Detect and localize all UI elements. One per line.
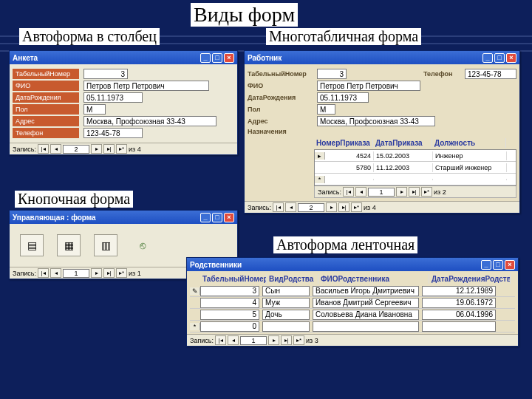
label-tel: Телефон [423,70,460,78]
maximize-icon[interactable]: □ [494,53,505,63]
field-dob[interactable]: 05.11.1973 [83,92,143,103]
maximize-icon[interactable]: □ [212,53,222,63]
subtitle-button: Кнопочная форма [15,191,133,208]
window-title: Управляющая : форма [13,214,96,222]
nav-new-icon[interactable]: ▸* [293,335,304,345]
field-addr[interactable]: Москва, Профсоюзная 33-43 [83,116,216,126]
open-report-button[interactable]: ▥ [94,234,117,256]
nav-current[interactable] [63,145,89,154]
nav-current[interactable] [368,188,395,197]
nav-prev-icon[interactable]: ◂ [50,144,61,154]
field-pol[interactable]: М [83,104,106,115]
window-anketa: Анкета _ □ × ТабельныйНомер3 ФИОПетров П… [9,50,238,155]
nav-prev-icon[interactable]: ◂ [355,187,366,197]
nav-of: из 4 [364,204,376,211]
window-rabotnik: Работник _ □ × ТабельныйНомер 3 Телефон … [244,50,520,214]
titlebar-rabotnik[interactable]: Работник _ □ × [245,51,519,64]
label-tabno: ТабельныйНомер [248,70,313,78]
nav-label: Запись: [13,270,36,277]
nav-current[interactable] [240,336,267,345]
titlebar-anketa[interactable]: Анкета _ □ × [10,51,237,64]
field-addr[interactable]: Москва, Профсоюзная 33-43 [317,116,435,126]
field-tel[interactable]: 123-45-78 [465,69,516,79]
field-tel[interactable]: 123-45-78 [83,128,143,138]
subgrid-row[interactable]: 578011.12.2003Старший инженер [315,162,516,174]
label-tel: Телефон [13,128,79,138]
nav-next-icon[interactable]: ▸ [91,268,102,278]
nav-prev-icon[interactable]: ◂ [228,335,239,345]
window-title: Анкета [13,54,38,62]
form-icon: ▤ [27,239,37,251]
minimize-icon[interactable]: _ [482,53,493,63]
exit-button[interactable]: ⎋ [131,234,154,256]
nav-prev-icon[interactable]: ◂ [285,202,296,212]
label-fio: ФИО [248,82,313,89]
nav-next-icon[interactable]: ▸ [326,202,337,212]
nav-new-icon[interactable]: ▸* [116,144,127,154]
nav-last-icon[interactable]: ▸| [338,202,349,212]
record-nav-anketa: Запись: |◂ ◂ ▸ ▸| ▸* из 4 [10,143,237,154]
nav-new-icon[interactable]: ▸* [116,268,127,278]
field-tabno[interactable]: 3 [317,69,347,79]
window-title: Родственники [190,261,242,269]
subtitle-column: Автоформа в столбец [19,28,160,45]
field-dob[interactable]: 05.11.1973 [317,92,369,103]
field-fio[interactable]: Петров Петр Петрович [83,81,209,91]
close-icon[interactable]: × [224,53,234,63]
subgrid-row-new[interactable]: * [315,174,516,185]
table-row[interactable]: 4МужИванов Дмитрий Сергеевич19.06.1972 [190,297,515,309]
label-pol: Пол [13,104,79,115]
titlebar-upravl[interactable]: Управляющая : форма _ □ × [10,211,237,224]
nav-first-icon[interactable]: |◂ [38,144,49,154]
nav-current[interactable] [63,269,89,278]
minimize-icon[interactable]: _ [481,260,491,270]
open-form1-button[interactable]: ▤ [20,234,44,256]
page-title: Виды форм [191,3,298,27]
nav-next-icon[interactable]: ▸ [91,144,102,154]
nav-new-icon[interactable]: ▸* [351,202,362,212]
label-fio: ФИО [13,81,79,91]
label-tabno: ТабельныйНомер [13,69,79,79]
close-icon[interactable]: × [505,260,515,270]
nav-next-icon[interactable]: ▸ [396,187,407,197]
maximize-icon[interactable]: □ [212,213,222,222]
window-rodstv: Родственники _ □ × ТабельныйНомер ВидРод… [186,257,519,347]
table-row[interactable]: 5ДочьСоловьева Диана Ивановна06.04.1996 [190,309,515,321]
maximize-icon[interactable]: □ [493,260,503,270]
nav-new-icon[interactable]: ▸* [421,187,432,197]
minimize-icon[interactable]: _ [200,213,211,222]
subtitle-multi: Многотабличная форма [266,28,421,45]
nav-first-icon[interactable]: |◂ [38,268,49,278]
nav-of: из 1 [129,270,141,277]
table-row-new[interactable]: *0 [190,321,515,332]
nav-last-icon[interactable]: ▸| [409,187,420,197]
nav-next-icon[interactable]: ▸ [268,335,279,345]
nav-last-icon[interactable]: ▸| [281,335,292,345]
titlebar-rodstv[interactable]: Родственники _ □ × [187,258,518,271]
close-icon[interactable]: × [224,213,234,222]
field-fio[interactable]: Петров Петр Петрович [317,81,420,91]
field-tabno[interactable]: 3 [83,69,128,79]
label-addr: Адрес [248,117,313,125]
close-icon[interactable]: × [506,53,516,63]
nav-prev-icon[interactable]: ◂ [50,268,61,278]
record-nav-subgrid: Запись: |◂ ◂ ▸ ▸| ▸* из 2 [314,186,516,198]
label-dob: ДатаРождения [13,92,79,103]
nav-label: Запись: [318,188,341,196]
nav-last-icon[interactable]: ▸| [103,268,115,278]
label-nazn: Назначения [248,128,313,135]
nav-current[interactable] [298,203,324,212]
table-row[interactable]: ✎3СынВасильев Игорь Дмитриевич12.12.1989 [190,285,515,297]
nav-last-icon[interactable]: ▸| [103,144,115,154]
minimize-icon[interactable]: _ [200,53,211,63]
subgrid-row[interactable]: ▸452415.02.2003Инженер [315,150,516,162]
subgrid-header: НомерПриказа ДатаПриказа Должность [314,137,516,149]
field-pol[interactable]: М [317,104,335,115]
open-form2-button[interactable]: ▦ [57,234,81,256]
nav-first-icon[interactable]: |◂ [343,187,354,197]
label-dob: ДатаРождения [248,94,313,101]
nav-first-icon[interactable]: |◂ [273,202,284,212]
nav-first-icon[interactable]: |◂ [215,335,226,345]
nav-of: из 3 [306,337,318,344]
record-nav-rodstv: Запись: |◂ ◂ ▸ ▸| ▸* из 3 [187,334,518,346]
